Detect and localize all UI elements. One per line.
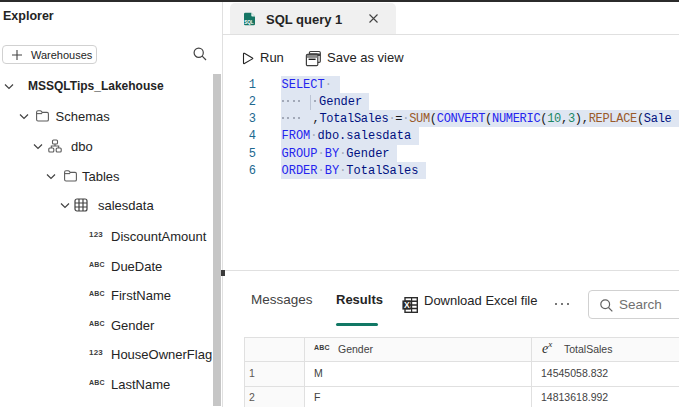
- svg-text:SQL: SQL: [244, 19, 254, 24]
- svg-text:X: X: [404, 300, 410, 310]
